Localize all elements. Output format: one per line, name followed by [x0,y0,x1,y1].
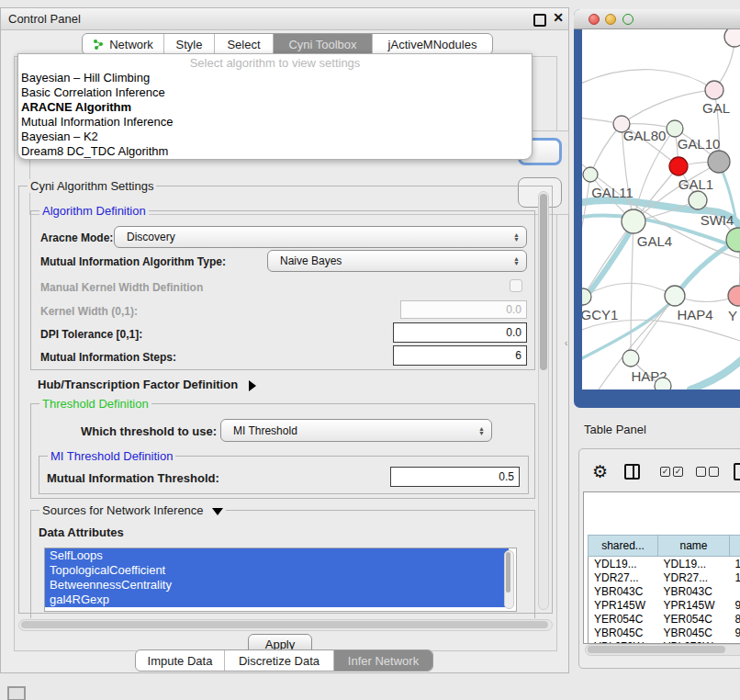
column-header[interactable]: A [730,536,740,557]
tab-jactivemnodules[interactable]: jActiveMNodules [373,34,492,54]
sources-legend[interactable]: Sources for Network Inference [39,503,226,517]
tab-cyni-toolbox[interactable]: Cyni Toolbox [274,34,373,54]
dock-button[interactable] [7,686,26,700]
attribute-item[interactable]: SelfLoops [45,548,509,563]
network-node-swi4[interactable] [689,191,707,209]
aracne-mode-select[interactable]: Discovery ▲▼ [114,226,527,248]
network-node[interactable] [708,151,730,173]
attribute-item[interactable]: gal4RGexp [45,593,509,607]
network-node-hap2[interactable] [622,350,639,367]
settings-vertical-scrollbar[interactable] [538,191,549,610]
dpi-tolerance-input[interactable]: 0.0 [393,322,527,343]
manual-kernel-checkbox[interactable] [510,279,522,292]
network-edge[interactable] [690,353,740,390]
tab-infer-network[interactable]: Infer Network [334,650,432,671]
network-canvas[interactable]: GALGAL80GAL10GAL1SWI4GAL11GAL4GCY1HAP4YH… [582,29,740,390]
algorithm-option[interactable]: Bayesian – K2 [18,130,532,144]
tab-style[interactable]: Style [164,34,215,54]
table-row[interactable]: YBR045CYBR045C9. [589,626,740,639]
which-threshold-select[interactable]: MI Threshold ▲▼ [220,419,492,442]
deselect-checkbox-icon[interactable] [696,467,706,477]
hub-definition-expander[interactable]: Hub/Transcription Factor Definition [38,378,256,391]
table-row[interactable]: YDR27...YDR27...12 [589,570,740,584]
network-window-titlebar[interactable] [574,9,740,29]
settings-horizontal-scrollbar[interactable] [18,619,553,631]
network-view-window: GALGAL80GAL10GAL1SWI4GAL11GAL4GCY1HAP4YH… [574,9,740,408]
mi-algorithm-type-select[interactable]: Naive Bayes ▲▼ [267,250,527,272]
scrollbar-thumb[interactable] [588,646,725,653]
tab-select[interactable]: Select [215,34,274,54]
algorithm-option[interactable]: Dream8 DC_TDC Algorithm [18,144,532,159]
network-node-hap4[interactable] [665,286,685,306]
table-row[interactable]: YER054CYER054C8. [589,612,740,626]
tab-network[interactable]: Network [83,34,164,54]
tab-label: jActiveMNodules [388,38,477,51]
column-header[interactable]: name [658,536,730,557]
node-table[interactable]: shared...nameA YDL19...YDL19...13YDR27..… [583,491,740,644]
tab-label: Discretize Data [239,654,320,668]
table-horizontal-scrollbar[interactable] [585,644,740,656]
algorithm-option[interactable]: Mutual Information Inference [18,115,532,130]
attribute-item[interactable]: TopologicalCoefficient [45,563,509,578]
close-icon[interactable]: ✕ [553,10,564,25]
data-attributes-list[interactable]: SelfLoopsTopologicalCoefficientBetweenne… [44,548,517,612]
algorithm-dropdown-popup: Select algorithm to view settings Bayesi… [17,53,533,160]
dpi-tolerance-value: 0.0 [506,326,521,339]
node-label: GAL4 [637,233,672,249]
mi-threshold-input[interactable]: 0.5 [390,467,520,487]
data-attributes-label: Data Attributes [39,525,124,539]
attribute-item[interactable]: BetweennessCentrality [45,578,509,593]
scrollbar-thumb[interactable] [540,194,547,370]
network-node-gal11[interactable] [583,167,598,182]
node-label: HAP4 [677,307,712,322]
network-edge[interactable] [631,221,633,358]
select-all-checkbox-icon[interactable]: ✓ [660,467,670,477]
list-scrollbar[interactable] [504,550,514,609]
network-edge[interactable] [582,320,740,344]
network-edge[interactable] [622,90,714,124]
columns-icon[interactable] [624,464,640,480]
network-node[interactable] [655,378,671,390]
gear-icon[interactable]: ⚙ [592,461,608,482]
network-edge[interactable] [590,124,622,175]
mi-steps-value: 6 [515,349,521,362]
mac-close-icon[interactable] [589,14,600,25]
network-node-gal4[interactable] [622,209,645,233]
kernel-width-input[interactable]: 0.0 [400,300,527,319]
mac-minimize-icon[interactable] [605,14,616,25]
aracne-mode-value: Discovery [127,231,175,243]
network-node-y[interactable] [728,286,740,306]
algorithm-option[interactable]: Bayesian – Hill Climbing [18,71,532,85]
table-toolbar: ⚙ ✓ ✓ [585,455,740,488]
algorithm-option[interactable]: Basic Correlation Inference [18,85,532,100]
float-panel-icon[interactable] [533,14,546,27]
table-row[interactable]: YPR145WYPR145W9. [589,598,740,612]
scrollbar-thumb[interactable] [21,621,548,628]
deselect-checkbox-icon[interactable] [709,467,719,477]
sources-group: Sources for Network Inference Data Attri… [30,510,535,618]
column-header[interactable]: shared... [589,536,658,557]
network-edge[interactable] [582,175,590,250]
algorithm-dropdown-placeholder: Select algorithm to view settings [18,55,532,71]
network-edge[interactable] [677,241,736,294]
cyni-algorithm-settings-group: Cyni Algorithm Settings Algorithm Defini… [18,186,553,614]
tab-discretize-data[interactable]: Discretize Data [225,650,334,671]
select-all-checkbox-icon[interactable]: ✓ [673,467,683,477]
mi-steps-input[interactable]: 6 [393,345,527,366]
network-node-gal[interactable] [705,81,723,99]
network-edge[interactable] [582,70,714,90]
table-row[interactable]: YBR043CYBR043C [589,584,740,598]
panel-resize-grip[interactable]: ‹ [565,338,567,348]
algorithm-option[interactable]: ARACNE Algorithm [18,100,532,115]
table-row[interactable]: YDL19...YDL19...13 [589,557,740,571]
tab-impute-data[interactable]: Impute Data [136,650,225,671]
network-node-gal10[interactable] [667,120,683,137]
control-panel-titlebar[interactable]: Control Panel ✕ [1,8,568,30]
table-cell: YPR145W [658,598,730,612]
network-node[interactable] [724,29,740,47]
table-cell: 9. [730,626,740,639]
network-node-gal1[interactable] [669,157,688,175]
node-label: GAL80 [623,128,667,143]
mac-zoom-icon[interactable] [622,14,633,25]
export-table-icon[interactable] [734,463,740,480]
